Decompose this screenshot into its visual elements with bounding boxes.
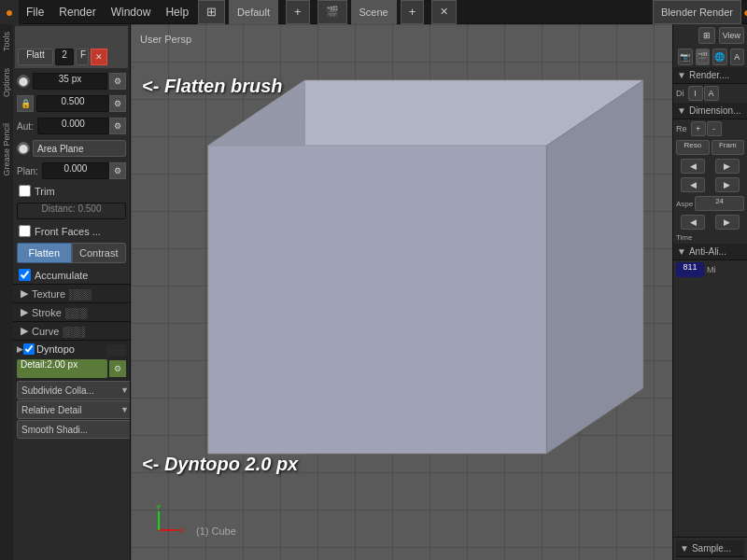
front-faces-checkbox[interactable] bbox=[19, 225, 31, 237]
autosmooth-input[interactable]: 0.000 bbox=[37, 118, 109, 134]
size-modifier-btn[interactable]: ⚙ bbox=[109, 73, 126, 90]
strength-modifier-btn[interactable]: ⚙ bbox=[109, 95, 126, 112]
close-scene-btn[interactable]: ✕ bbox=[431, 0, 457, 24]
sample-number[interactable]: 811 bbox=[676, 262, 704, 277]
frame-24-input[interactable]: 24 bbox=[695, 196, 744, 211]
anti-ali-label: Anti-Ali... bbox=[689, 246, 726, 257]
accumulate-label: Accumulate bbox=[35, 270, 88, 281]
flatten-annotation: <- Flatten brush bbox=[142, 76, 283, 97]
di-row: Di I A bbox=[673, 84, 747, 103]
menu-file[interactable]: File bbox=[19, 0, 51, 24]
stroke-section[interactable]: ▶ Stroke ░░░ bbox=[13, 302, 130, 321]
layout-icon: ⊞ bbox=[198, 0, 225, 24]
trim-row: Trim bbox=[13, 182, 130, 200]
autosmooth-modifier-btn[interactable]: ⚙ bbox=[109, 118, 126, 134]
scene-icon: 🎬 bbox=[317, 0, 347, 24]
svg-text:Y: Y bbox=[156, 503, 162, 511]
top-bar: ● File Render Window Help ⊞ Default + 🎬 … bbox=[0, 0, 747, 24]
plane-modifier-btn[interactable]: ⚙ bbox=[109, 162, 126, 179]
re-label: Re bbox=[676, 124, 687, 133]
brush-number-input[interactable]: 2 bbox=[55, 49, 74, 65]
dimensions-label: Dimension... bbox=[689, 105, 741, 116]
render-arrow: ▼ bbox=[677, 70, 686, 80]
nav-right-1[interactable]: ▶ bbox=[715, 159, 740, 174]
subdivide-button[interactable]: Subdivide Colla... ▼ bbox=[17, 381, 130, 399]
relative-detail-arrow: ▼ bbox=[120, 405, 129, 414]
text-icon[interactable]: A bbox=[730, 49, 745, 65]
re-minus-btn[interactable]: + bbox=[691, 121, 706, 136]
view-text: View bbox=[723, 31, 740, 40]
brush-options-btn[interactable]: ✕ bbox=[91, 49, 107, 65]
scene-tab[interactable]: Scene bbox=[351, 0, 397, 24]
view-label: View bbox=[719, 27, 744, 44]
time-row: Time bbox=[673, 231, 747, 244]
dyntopo-section: ▶ Dyntopo ░░░ Detail:2.00 px ⚙ Subdivide… bbox=[13, 340, 130, 439]
flatten-contrast-group: Flatten Contrast bbox=[17, 243, 126, 263]
dimensions-arrow: ▼ bbox=[677, 105, 686, 116]
brush-name-field[interactable]: Flatt bbox=[18, 49, 53, 65]
render-label: Render.... bbox=[689, 70, 729, 80]
flatten-button[interactable]: Flatten bbox=[17, 243, 72, 263]
relative-detail-button[interactable]: Relative Detail ▼ bbox=[17, 400, 130, 419]
right-panel-icons: ⊞ View bbox=[673, 24, 747, 47]
strength-input[interactable]: 0.500 bbox=[36, 95, 109, 112]
size-input[interactable]: 35 px bbox=[33, 73, 107, 90]
plane-value-input[interactable]: 0.000 bbox=[42, 162, 109, 179]
re-row: Re + - bbox=[673, 119, 747, 138]
size-icon: ⬤ bbox=[17, 75, 30, 88]
accumulate-checkbox[interactable] bbox=[19, 269, 31, 281]
sample-section-title: ▼ Sample... bbox=[676, 540, 744, 557]
render-icon[interactable]: 🎬 bbox=[696, 49, 711, 65]
nav-right-3[interactable]: ▶ bbox=[715, 215, 740, 230]
3d-viewport-svg bbox=[131, 24, 672, 560]
add-scene-btn[interactable]: + bbox=[401, 0, 425, 24]
brush-pin-btn[interactable]: F bbox=[76, 49, 89, 65]
smooth-shading-label: Smooth Shadi... bbox=[21, 425, 88, 435]
detail-input[interactable]: Detail:2.00 px bbox=[17, 359, 107, 378]
dyntopo-annotation: <- Dyntopo 2.0 px bbox=[142, 454, 298, 475]
nav-arrows-2: ◀ ▶ bbox=[673, 175, 747, 194]
viewport[interactable]: User Persp <- Flatten brush <- Dyntopo 2… bbox=[131, 24, 672, 560]
distance-input[interactable]: Distanc: 0.500 bbox=[17, 203, 126, 219]
detail-icon[interactable]: ⚙ bbox=[109, 360, 126, 377]
area-plane-select[interactable]: Area Plane bbox=[33, 140, 126, 157]
dyntopo-header[interactable]: ▶ Dyntopo ░░░ bbox=[13, 341, 130, 357]
left-panel: Tools Options Grease Pencil Flatt 2 F ✕ … bbox=[0, 24, 131, 560]
trim-label: Trim bbox=[35, 186, 55, 197]
menu-render[interactable]: Render bbox=[51, 0, 103, 24]
nav-right-2[interactable]: ▶ bbox=[715, 177, 740, 192]
nav-arrows-3: ◀ ▶ bbox=[673, 213, 747, 231]
curve-arrow: ▶ bbox=[21, 325, 28, 337]
right-icon-1[interactable]: ⊞ bbox=[698, 27, 715, 44]
di-btn1[interactable]: I bbox=[688, 86, 703, 101]
camera-icon[interactable]: 📷 bbox=[678, 49, 693, 65]
menu-help[interactable]: Help bbox=[158, 0, 196, 24]
workspace-tab[interactable]: Default bbox=[229, 0, 278, 24]
axis-svg: X Y bbox=[149, 502, 187, 539]
trim-checkbox[interactable] bbox=[19, 185, 31, 197]
menu-window[interactable]: Window bbox=[104, 0, 159, 24]
nav-left-3[interactable]: ◀ bbox=[681, 215, 705, 230]
viewport-label: User Persp bbox=[140, 34, 191, 45]
render-engine-select[interactable]: Blender Render bbox=[653, 0, 741, 24]
world-icon[interactable]: 🌐 bbox=[712, 49, 727, 65]
dyntopo-checkbox[interactable] bbox=[23, 343, 35, 355]
tools-label: Tools bbox=[2, 28, 11, 55]
di-btn2[interactable]: A bbox=[704, 86, 719, 101]
re-plus-btn[interactable]: - bbox=[707, 121, 722, 136]
smooth-shading-button[interactable]: Smooth Shadi... bbox=[17, 420, 130, 439]
fram-input[interactable]: Fram bbox=[712, 140, 745, 155]
nav-left-1[interactable]: ◀ bbox=[681, 159, 705, 174]
nav-left-2[interactable]: ◀ bbox=[681, 177, 705, 192]
texture-section[interactable]: ▶ Texture ░░░ bbox=[13, 284, 130, 302]
dyntopo-dots: ░░░ bbox=[106, 344, 126, 355]
accumulate-row: Accumulate bbox=[13, 266, 130, 284]
contrast-button[interactable]: Contrast bbox=[72, 243, 127, 263]
dimensions-section-title: ▼ Dimension... bbox=[673, 103, 747, 119]
add-tab-btn[interactable]: + bbox=[286, 0, 310, 24]
curve-section[interactable]: ▶ Curve ░░░ bbox=[13, 321, 130, 340]
grease-pencil-label: Grease Pencil bbox=[2, 119, 11, 180]
blender-icon: ● bbox=[0, 0, 19, 24]
lock-icon[interactable]: 🔒 bbox=[17, 95, 34, 112]
reso-input[interactable]: Reso bbox=[676, 140, 710, 155]
